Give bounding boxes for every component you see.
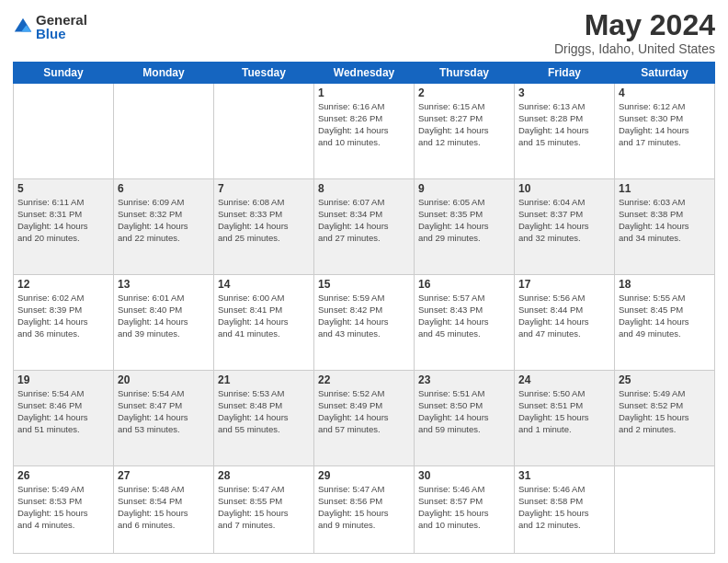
day-info: Sunrise: 5:53 AMSunset: 8:48 PMDaylight:…	[218, 388, 310, 435]
day-number: 28	[218, 469, 310, 482]
logo-blue-label: Blue	[36, 27, 87, 40]
table-row: 8Sunrise: 6:07 AMSunset: 8:34 PMDaylight…	[314, 179, 415, 275]
day-info: Sunrise: 6:12 AMSunset: 8:30 PMDaylight:…	[619, 101, 711, 148]
table-row: 31Sunrise: 5:46 AMSunset: 8:58 PMDayligh…	[515, 466, 615, 554]
table-row: 10Sunrise: 6:04 AMSunset: 8:37 PMDayligh…	[515, 179, 615, 275]
day-info: Sunrise: 5:57 AMSunset: 8:43 PMDaylight:…	[418, 293, 510, 339]
table-row: 1Sunrise: 6:16 AMSunset: 8:26 PMDaylight…	[314, 84, 415, 179]
day-number: 1	[318, 86, 410, 99]
logo-text: General Blue	[36, 13, 87, 40]
table-row: 26Sunrise: 5:49 AMSunset: 8:53 PMDayligh…	[14, 466, 114, 554]
calendar-week-row: 1Sunrise: 6:16 AMSunset: 8:26 PMDaylight…	[14, 84, 715, 179]
day-number: 22	[318, 373, 410, 386]
day-info: Sunrise: 6:02 AMSunset: 8:39 PMDaylight:…	[17, 293, 109, 339]
day-info: Sunrise: 5:56 AMSunset: 8:44 PMDaylight:…	[518, 293, 610, 339]
day-info: Sunrise: 5:50 AMSunset: 8:51 PMDaylight:…	[518, 388, 610, 435]
day-info: Sunrise: 5:52 AMSunset: 8:49 PMDaylight:…	[318, 388, 410, 435]
day-number: 24	[518, 373, 610, 386]
day-number: 3	[518, 86, 610, 99]
calendar-week-row: 26Sunrise: 5:49 AMSunset: 8:53 PMDayligh…	[14, 466, 715, 554]
day-number: 11	[619, 182, 711, 195]
day-number: 6	[118, 182, 210, 195]
table-row: 24Sunrise: 5:50 AMSunset: 8:51 PMDayligh…	[515, 371, 615, 466]
day-info: Sunrise: 6:07 AMSunset: 8:34 PMDaylight:…	[318, 197, 410, 244]
header-wednesday: Wednesday	[314, 63, 415, 84]
calendar-week-row: 5Sunrise: 6:11 AMSunset: 8:31 PMDaylight…	[14, 179, 715, 275]
day-number: 19	[17, 373, 109, 386]
day-number: 17	[518, 278, 610, 291]
day-number: 29	[318, 469, 410, 482]
day-info: Sunrise: 6:03 AMSunset: 8:38 PMDaylight:…	[619, 197, 711, 244]
header: General Blue May 2024 Driggs, Idaho, Uni…	[13, 9, 715, 56]
day-info: Sunrise: 5:48 AMSunset: 8:54 PMDaylight:…	[118, 484, 210, 531]
table-row: 9Sunrise: 6:05 AMSunset: 8:35 PMDaylight…	[415, 179, 515, 275]
day-number: 20	[118, 373, 210, 386]
table-row: 25Sunrise: 5:49 AMSunset: 8:52 PMDayligh…	[615, 371, 715, 466]
header-tuesday: Tuesday	[214, 63, 314, 84]
day-number: 4	[619, 86, 711, 99]
calendar-week-row: 12Sunrise: 6:02 AMSunset: 8:39 PMDayligh…	[14, 275, 715, 371]
day-number: 16	[418, 278, 510, 291]
table-row	[114, 84, 214, 179]
header-friday: Friday	[515, 63, 615, 84]
day-info: Sunrise: 6:16 AMSunset: 8:26 PMDaylight:…	[318, 101, 410, 148]
calendar-table: Sunday Monday Tuesday Wednesday Thursday…	[13, 62, 715, 554]
day-info: Sunrise: 6:04 AMSunset: 8:37 PMDaylight:…	[518, 197, 610, 244]
day-info: Sunrise: 5:55 AMSunset: 8:45 PMDaylight:…	[619, 293, 711, 339]
day-info: Sunrise: 5:46 AMSunset: 8:58 PMDaylight:…	[518, 484, 610, 531]
day-info: Sunrise: 5:49 AMSunset: 8:52 PMDaylight:…	[619, 388, 711, 435]
table-row: 23Sunrise: 5:51 AMSunset: 8:50 PMDayligh…	[415, 371, 515, 466]
day-number: 30	[418, 469, 510, 482]
table-row	[615, 466, 715, 554]
logo-icon	[13, 17, 33, 37]
day-number: 27	[118, 469, 210, 482]
day-info: Sunrise: 6:05 AMSunset: 8:35 PMDaylight:…	[418, 197, 510, 244]
calendar-header-row: Sunday Monday Tuesday Wednesday Thursday…	[14, 63, 715, 84]
table-row: 12Sunrise: 6:02 AMSunset: 8:39 PMDayligh…	[14, 275, 114, 371]
day-number: 23	[418, 373, 510, 386]
day-number: 13	[118, 278, 210, 291]
table-row: 3Sunrise: 6:13 AMSunset: 8:28 PMDaylight…	[515, 84, 615, 179]
day-info: Sunrise: 6:15 AMSunset: 8:27 PMDaylight:…	[418, 101, 510, 148]
day-info: Sunrise: 5:47 AMSunset: 8:56 PMDaylight:…	[318, 484, 410, 531]
table-row: 14Sunrise: 6:00 AMSunset: 8:41 PMDayligh…	[214, 275, 314, 371]
table-row: 11Sunrise: 6:03 AMSunset: 8:38 PMDayligh…	[615, 179, 715, 275]
table-row: 16Sunrise: 5:57 AMSunset: 8:43 PMDayligh…	[415, 275, 515, 371]
table-row: 29Sunrise: 5:47 AMSunset: 8:56 PMDayligh…	[314, 466, 415, 554]
table-row: 28Sunrise: 5:47 AMSunset: 8:55 PMDayligh…	[214, 466, 314, 554]
table-row: 2Sunrise: 6:15 AMSunset: 8:27 PMDaylight…	[415, 84, 515, 179]
day-info: Sunrise: 6:11 AMSunset: 8:31 PMDaylight:…	[17, 197, 109, 244]
header-sunday: Sunday	[14, 63, 114, 84]
table-row: 19Sunrise: 5:54 AMSunset: 8:46 PMDayligh…	[14, 371, 114, 466]
day-number: 21	[218, 373, 310, 386]
month-title: May 2024	[554, 9, 715, 41]
day-info: Sunrise: 5:54 AMSunset: 8:47 PMDaylight:…	[118, 388, 210, 435]
calendar-week-row: 19Sunrise: 5:54 AMSunset: 8:46 PMDayligh…	[14, 371, 715, 466]
day-number: 10	[518, 182, 610, 195]
logo: General Blue	[13, 13, 87, 40]
day-number: 9	[418, 182, 510, 195]
table-row: 22Sunrise: 5:52 AMSunset: 8:49 PMDayligh…	[314, 371, 415, 466]
day-number: 15	[318, 278, 410, 291]
day-number: 12	[17, 278, 109, 291]
table-row	[14, 84, 114, 179]
table-row: 21Sunrise: 5:53 AMSunset: 8:48 PMDayligh…	[214, 371, 314, 466]
page: General Blue May 2024 Driggs, Idaho, Uni…	[0, 0, 728, 563]
header-monday: Monday	[114, 63, 214, 84]
table-row: 5Sunrise: 6:11 AMSunset: 8:31 PMDaylight…	[14, 179, 114, 275]
day-number: 7	[218, 182, 310, 195]
day-info: Sunrise: 6:09 AMSunset: 8:32 PMDaylight:…	[118, 197, 210, 244]
table-row: 30Sunrise: 5:46 AMSunset: 8:57 PMDayligh…	[415, 466, 515, 554]
day-number: 25	[619, 373, 711, 386]
day-info: Sunrise: 6:01 AMSunset: 8:40 PMDaylight:…	[118, 293, 210, 339]
day-number: 8	[318, 182, 410, 195]
header-thursday: Thursday	[415, 63, 515, 84]
table-row: 15Sunrise: 5:59 AMSunset: 8:42 PMDayligh…	[314, 275, 415, 371]
logo-general-label: General	[36, 13, 87, 27]
day-info: Sunrise: 5:47 AMSunset: 8:55 PMDaylight:…	[218, 484, 310, 531]
day-info: Sunrise: 5:59 AMSunset: 8:42 PMDaylight:…	[318, 293, 410, 339]
day-number: 31	[518, 469, 610, 482]
day-number: 14	[218, 278, 310, 291]
day-info: Sunrise: 5:54 AMSunset: 8:46 PMDaylight:…	[17, 388, 109, 435]
table-row: 18Sunrise: 5:55 AMSunset: 8:45 PMDayligh…	[615, 275, 715, 371]
